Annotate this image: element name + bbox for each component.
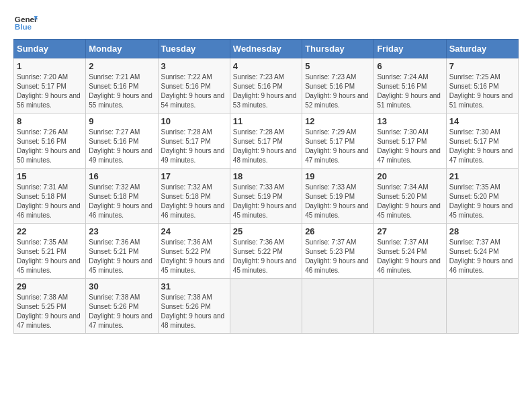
sunrise-label: Sunrise: 7:22 AM [161,73,212,81]
sunrise-label: Sunrise: 7:25 AM [449,73,500,81]
calendar-cell: 1 Sunrise: 7:20 AM Sunset: 5:17 PM Dayli… [14,58,86,113]
calendar-week-row: 15 Sunrise: 7:31 AM Sunset: 5:18 PM Dayl… [14,169,519,224]
sunrise-label: Sunrise: 7:35 AM [449,183,500,191]
calendar-body: 1 Sunrise: 7:20 AM Sunset: 5:17 PM Dayli… [14,58,519,334]
day-number: 13 [377,116,443,126]
day-info: Sunrise: 7:37 AM Sunset: 5:24 PM Dayligh… [377,238,443,275]
calendar-cell: 16 Sunrise: 7:32 AM Sunset: 5:18 PM Dayl… [86,169,158,224]
daylight-label: Daylight: 9 hours and 48 minutes. [233,147,297,164]
daylight-label: Daylight: 9 hours and 56 minutes. [17,92,81,109]
sunset-label: Sunset: 5:18 PM [89,193,138,200]
day-number: 24 [161,226,227,236]
daylight-label: Daylight: 9 hours and 45 minutes. [17,257,81,274]
daylight-label: Daylight: 9 hours and 46 minutes. [305,257,369,274]
day-info: Sunrise: 7:36 AM Sunset: 5:22 PM Dayligh… [161,238,227,275]
sunset-label: Sunset: 5:16 PM [161,83,211,90]
sunrise-label: Sunrise: 7:23 AM [305,73,356,81]
day-info: Sunrise: 7:28 AM Sunset: 5:17 PM Dayligh… [161,128,227,165]
day-number: 12 [305,116,371,126]
calendar-cell: 6 Sunrise: 7:24 AM Sunset: 5:16 PM Dayli… [374,58,446,113]
day-number: 26 [305,226,371,236]
sunset-label: Sunset: 5:22 PM [161,248,211,255]
day-info: Sunrise: 7:35 AM Sunset: 5:20 PM Dayligh… [449,183,515,220]
sunrise-label: Sunrise: 7:23 AM [233,73,284,81]
calendar-cell: 28 Sunrise: 7:37 AM Sunset: 5:24 PM Dayl… [446,224,518,279]
sunrise-label: Sunrise: 7:26 AM [17,128,68,136]
calendar-cell: 29 Sunrise: 7:38 AM Sunset: 5:25 PM Dayl… [14,279,86,334]
daylight-label: Daylight: 9 hours and 55 minutes. [89,92,152,109]
day-info: Sunrise: 7:31 AM Sunset: 5:18 PM Dayligh… [17,183,83,220]
day-number: 2 [89,61,154,71]
sunset-label: Sunset: 5:17 PM [161,138,211,145]
day-info: Sunrise: 7:36 AM Sunset: 5:22 PM Dayligh… [233,238,299,275]
sunset-label: Sunset: 5:24 PM [377,248,427,255]
day-info: Sunrise: 7:30 AM Sunset: 5:17 PM Dayligh… [449,128,515,165]
daylight-label: Daylight: 9 hours and 45 minutes. [377,202,441,219]
day-number: 27 [377,226,443,236]
day-info: Sunrise: 7:32 AM Sunset: 5:18 PM Dayligh… [89,183,154,220]
day-info: Sunrise: 7:38 AM Sunset: 5:26 PM Dayligh… [161,293,227,330]
sunrise-label: Sunrise: 7:32 AM [161,183,212,191]
sunset-label: Sunset: 5:20 PM [377,193,427,200]
day-info: Sunrise: 7:36 AM Sunset: 5:21 PM Dayligh… [89,238,154,275]
calendar-cell [446,279,518,334]
calendar-week-row: 8 Sunrise: 7:26 AM Sunset: 5:16 PM Dayli… [14,113,519,169]
sunrise-label: Sunrise: 7:28 AM [233,128,284,136]
day-number: 11 [233,116,299,126]
sunrise-label: Sunrise: 7:20 AM [17,73,68,81]
calendar-cell: 22 Sunrise: 7:35 AM Sunset: 5:21 PM Dayl… [14,224,86,279]
sunset-label: Sunset: 5:17 PM [377,138,427,145]
day-number: 30 [89,281,154,291]
calendar-cell: 9 Sunrise: 7:27 AM Sunset: 5:16 PM Dayli… [86,113,158,169]
day-info: Sunrise: 7:32 AM Sunset: 5:18 PM Dayligh… [161,183,227,220]
day-number: 10 [161,116,227,126]
day-of-week-header: Wednesday [230,40,302,58]
sunset-label: Sunset: 5:26 PM [161,303,211,310]
day-info: Sunrise: 7:37 AM Sunset: 5:23 PM Dayligh… [305,238,371,275]
day-info: Sunrise: 7:20 AM Sunset: 5:17 PM Dayligh… [17,73,83,110]
calendar-cell [302,279,374,334]
day-info: Sunrise: 7:38 AM Sunset: 5:26 PM Dayligh… [89,293,154,330]
sunset-label: Sunset: 5:20 PM [449,193,499,200]
day-info: Sunrise: 7:30 AM Sunset: 5:17 PM Dayligh… [377,128,443,165]
day-number: 18 [233,171,299,181]
page-header: General Blue [13,13,519,32]
sunrise-label: Sunrise: 7:33 AM [233,183,284,191]
day-info: Sunrise: 7:21 AM Sunset: 5:16 PM Dayligh… [89,73,154,110]
day-info: Sunrise: 7:24 AM Sunset: 5:16 PM Dayligh… [377,73,443,110]
sunset-label: Sunset: 5:19 PM [233,193,283,200]
sunset-label: Sunset: 5:18 PM [161,193,211,200]
calendar-cell: 26 Sunrise: 7:37 AM Sunset: 5:23 PM Dayl… [302,224,374,279]
calendar-cell: 23 Sunrise: 7:36 AM Sunset: 5:21 PM Dayl… [86,224,158,279]
daylight-label: Daylight: 9 hours and 47 minutes. [449,147,513,164]
sunset-label: Sunset: 5:17 PM [233,138,283,145]
sunset-label: Sunset: 5:24 PM [449,248,499,255]
calendar-cell [374,279,446,334]
calendar-cell: 4 Sunrise: 7:23 AM Sunset: 5:16 PM Dayli… [230,58,302,113]
sunset-label: Sunset: 5:25 PM [17,303,66,310]
daylight-label: Daylight: 9 hours and 48 minutes. [161,312,225,329]
daylight-label: Daylight: 9 hours and 45 minutes. [233,202,297,219]
day-number: 28 [449,226,515,236]
day-number: 3 [161,61,227,71]
sunrise-label: Sunrise: 7:21 AM [89,73,140,81]
sunrise-label: Sunrise: 7:30 AM [377,128,428,136]
sunrise-label: Sunrise: 7:33 AM [305,183,356,191]
calendar-cell: 5 Sunrise: 7:23 AM Sunset: 5:16 PM Dayli… [302,58,374,113]
day-info: Sunrise: 7:29 AM Sunset: 5:17 PM Dayligh… [305,128,371,165]
calendar-cell: 18 Sunrise: 7:33 AM Sunset: 5:19 PM Dayl… [230,169,302,224]
calendar-cell: 31 Sunrise: 7:38 AM Sunset: 5:26 PM Dayl… [158,279,230,334]
day-number: 21 [449,171,515,181]
calendar-cell: 10 Sunrise: 7:28 AM Sunset: 5:17 PM Dayl… [158,113,230,169]
day-number: 22 [17,226,83,236]
sunrise-label: Sunrise: 7:34 AM [377,183,428,191]
calendar-cell: 24 Sunrise: 7:36 AM Sunset: 5:22 PM Dayl… [158,224,230,279]
daylight-label: Daylight: 9 hours and 54 minutes. [161,92,225,109]
sunrise-label: Sunrise: 7:36 AM [233,238,284,246]
calendar-cell: 27 Sunrise: 7:37 AM Sunset: 5:24 PM Dayl… [374,224,446,279]
day-of-week-header: Friday [374,40,446,58]
day-number: 14 [449,116,515,126]
sunrise-label: Sunrise: 7:36 AM [89,238,140,246]
calendar-cell: 11 Sunrise: 7:28 AM Sunset: 5:17 PM Dayl… [230,113,302,169]
sunrise-label: Sunrise: 7:31 AM [17,183,68,191]
